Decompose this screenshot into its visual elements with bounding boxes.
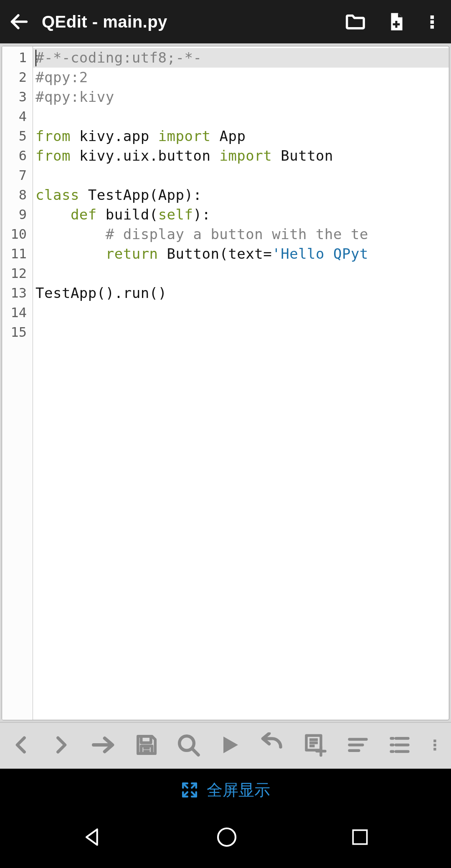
code-token: ( — [149, 206, 158, 223]
code-editor[interactable]: 123456789101112131415 #-*-coding:utf8;-*… — [2, 46, 449, 720]
code-line[interactable]: def build(self): — [33, 205, 449, 225]
code-token: # display a button with the te — [106, 226, 368, 242]
svg-point-37 — [218, 828, 236, 846]
code-token: TestApp — [88, 187, 149, 203]
code-line[interactable]: #qpy:kivy — [33, 87, 449, 107]
code-line[interactable]: from kivy.app import App — [33, 126, 449, 146]
code-line[interactable] — [33, 323, 449, 342]
code-line[interactable]: return Button(text='Hello QPyt — [33, 244, 449, 264]
code-line[interactable] — [33, 107, 449, 126]
code-line[interactable] — [33, 303, 449, 323]
fullscreen-hint[interactable]: 全屏显示 — [0, 769, 451, 811]
line-gutter: 123456789101112131415 — [2, 46, 33, 720]
code-token: TestApp — [35, 285, 97, 301]
code-token: #-*-coding:utf8;-*- — [35, 49, 202, 66]
svg-rect-3 — [431, 15, 434, 19]
code-token: ): — [185, 187, 202, 203]
app-title: QEdit - main.py — [42, 13, 325, 31]
toolbar — [0, 722, 451, 769]
code-line[interactable]: class TestApp(App): — [33, 185, 449, 205]
code-token: #qpy:kivy — [35, 88, 114, 105]
svg-rect-2 — [393, 23, 400, 25]
chevron-left-icon[interactable] — [9, 732, 33, 760]
svg-line-12 — [193, 749, 198, 755]
editor-area: 123456789101112131415 #-*-coding:utf8;-*… — [0, 43, 451, 722]
line-number: 2 — [2, 68, 33, 87]
code-token: from — [35, 147, 71, 164]
save-icon[interactable] — [134, 732, 160, 760]
more-vertical-icon[interactable] — [428, 733, 442, 758]
code-token — [71, 147, 79, 164]
code-line[interactable]: #-*-coding:utf8;-*- — [33, 48, 449, 68]
svg-rect-29 — [433, 739, 436, 742]
svg-rect-5 — [431, 25, 434, 28]
line-number: 6 — [2, 146, 33, 166]
svg-rect-7 — [141, 736, 151, 743]
code-token: kivy.app — [79, 128, 149, 144]
code-token — [79, 187, 88, 203]
line-number: 8 — [2, 185, 33, 205]
code-token: ( — [149, 187, 158, 203]
code-token: Button — [167, 245, 220, 262]
svg-marker-13 — [223, 737, 238, 753]
nav-back-icon[interactable] — [81, 825, 104, 849]
code-token: self — [158, 206, 193, 223]
line-number: 4 — [2, 107, 33, 126]
code-token: import — [158, 128, 211, 144]
code-token — [35, 206, 71, 223]
app-bar: QEdit - main.py — [0, 0, 451, 43]
list-icon[interactable] — [387, 734, 412, 758]
arrow-right-icon[interactable] — [89, 732, 119, 760]
nav-home-icon[interactable] — [215, 825, 238, 849]
code-token: ): — [193, 206, 211, 223]
code-line[interactable]: #qpy:2 — [33, 68, 449, 87]
line-number: 9 — [2, 205, 33, 225]
code-token — [149, 128, 158, 144]
format-icon[interactable] — [344, 734, 372, 758]
code-token: Button — [281, 147, 333, 164]
line-number: 7 — [2, 166, 33, 185]
svg-rect-4 — [431, 20, 434, 24]
chevron-right-icon[interactable] — [49, 732, 73, 760]
code-token: #qpy:2 — [35, 69, 88, 86]
nav-recent-icon[interactable] — [350, 827, 370, 848]
code-token: App — [158, 187, 185, 203]
svg-rect-38 — [353, 830, 367, 844]
code-line[interactable]: # display a button with the te — [33, 225, 449, 244]
code-token — [158, 245, 167, 262]
back-icon[interactable] — [8, 11, 30, 33]
play-icon[interactable] — [217, 732, 242, 760]
new-file-icon[interactable] — [386, 10, 407, 33]
code-token — [210, 147, 219, 164]
svg-rect-30 — [433, 744, 436, 746]
code-token — [71, 128, 79, 144]
code-line[interactable]: TestApp().run() — [33, 283, 449, 303]
line-number: 3 — [2, 87, 33, 107]
line-number: 1 — [2, 48, 33, 68]
code-token: (text= — [219, 245, 272, 262]
code-token: 'Hello QPyt — [272, 245, 368, 262]
snippet-icon[interactable] — [302, 732, 329, 759]
undo-icon[interactable] — [258, 732, 287, 759]
fullscreen-label: 全屏显示 — [207, 780, 270, 801]
svg-marker-36 — [86, 829, 97, 845]
code-token: App — [219, 128, 246, 144]
text-cursor — [35, 50, 36, 66]
code-body[interactable]: #-*-coding:utf8;-*-#qpy:2#qpy:kivyfrom k… — [33, 46, 449, 720]
line-number: 11 — [2, 244, 33, 264]
code-line[interactable] — [33, 166, 449, 185]
code-line[interactable]: from kivy.uix.button import Button — [33, 146, 449, 166]
search-icon[interactable] — [175, 732, 202, 760]
code-token: import — [219, 147, 272, 164]
code-token: from — [35, 128, 71, 144]
line-number: 14 — [2, 303, 33, 323]
line-number: 12 — [2, 264, 33, 283]
code-line[interactable] — [33, 264, 449, 283]
system-navbar — [0, 811, 451, 868]
line-number: 10 — [2, 225, 33, 244]
code-token — [272, 147, 281, 164]
overflow-icon[interactable] — [423, 11, 440, 33]
folder-icon[interactable] — [344, 10, 367, 33]
code-token: kivy.uix.button — [79, 147, 211, 164]
code-token: def — [71, 206, 97, 223]
